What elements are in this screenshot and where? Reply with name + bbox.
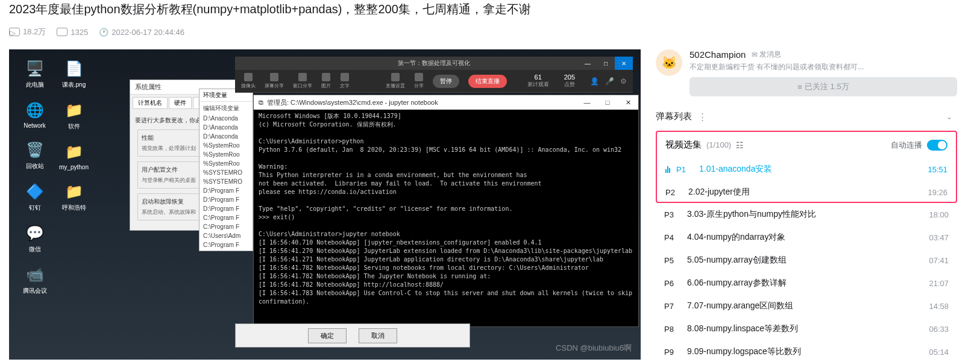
playlist-item[interactable]: P88.08-numpy.linspace等差数列 06:33	[656, 317, 957, 340]
desktop-icon: 🖥️此电脑	[18, 58, 51, 89]
desktop-icon: 🌐Network	[18, 100, 51, 129]
uploader-info: 🐱 502Champion ✉发消息 不定期更新编程干货 有不懂的问题或者领取资…	[656, 49, 957, 96]
desktop-icon: 🗑️回收站	[18, 140, 51, 170]
cmd-icon: ⧉	[259, 99, 263, 107]
playlist-title: 视频选集	[665, 139, 702, 151]
message-icon: ✉	[752, 51, 758, 59]
view-count: ▷18.2万	[9, 27, 46, 37]
uploader-name[interactable]: 502Champion	[689, 49, 746, 60]
video-title: 2023年度最佳python数据分析教程(numpy+matplotlib+pa…	[9, 0, 971, 18]
playlist-item[interactable]: P99.09-numpy.logspace等比数列 05:14	[656, 340, 957, 362]
playing-icon	[665, 166, 670, 173]
maximize-icon: □	[597, 95, 618, 110]
desktop-icon: 🔷钉钉	[18, 181, 51, 212]
gear-icon: ⚙	[620, 77, 627, 86]
minimize-icon: —	[579, 57, 597, 70]
danmaku-list-header[interactable]: 弹幕列表 ⋮ ⌄	[656, 102, 957, 131]
autoplay-toggle[interactable]	[927, 140, 947, 151]
playlist-item[interactable]: P55.05-numpy.array创建数组 07:41	[656, 249, 957, 272]
more-icon: ⋮	[698, 111, 707, 122]
menu-icon: ≡	[797, 83, 802, 92]
playlist-item[interactable]: P44.04-numpy的ndarray对象 03:47	[656, 226, 957, 249]
env-vars-window: 环境变量 编辑环境变量D:\AnacondaD:\AnacondaD:\Anac…	[199, 89, 253, 251]
message-button[interactable]: ✉发消息	[752, 49, 781, 60]
cancel-button: 取消	[359, 328, 397, 343]
danmaku-icon	[57, 28, 68, 36]
maximize-icon: □	[597, 57, 615, 70]
video-meta: ▷18.2万 1325 🕐2022-06-17 20:44:46	[9, 27, 971, 37]
minimize-icon: —	[577, 95, 597, 110]
desktop-icon: 📁软件	[57, 100, 90, 131]
close-icon: ✕	[615, 57, 633, 70]
desktop-icon: 📄课表.png	[57, 58, 90, 89]
list-icon[interactable]: ☷	[736, 140, 744, 150]
video-content-desktop: 🖥️此电脑🌐Network🗑️回收站🔷钉钉💬微信📹腾讯会议 📄课表.png📁软件…	[9, 49, 641, 360]
playlist-count: (1/100)	[706, 140, 731, 149]
desktop-icon: 📹腾讯会议	[18, 264, 51, 295]
uploader-desc: 不定期更新编程干货 有不懂的问题或者领取资料都可...	[689, 62, 957, 72]
danmaku-count: 1325	[57, 28, 88, 37]
follow-button[interactable]: ≡已关注 1.5万	[689, 77, 957, 96]
desktop-icon: 📁my_python	[57, 142, 90, 170]
user-icon: 👤	[590, 77, 599, 86]
ok-button: 确定	[308, 328, 347, 343]
cmd-window: ⧉ 管理员: C:\Windows\system32\cmd.exe - jup…	[253, 95, 639, 327]
close-icon: ✕	[618, 95, 638, 110]
chevron-down-icon: ⌄	[946, 113, 952, 121]
playlist-item[interactable]: P33.03-原生python与numpy性能对比 18:00	[656, 203, 957, 226]
playlist-item[interactable]: P22.02-jupyter使用 19:26	[657, 181, 956, 204]
playlist-panel: 视频选集 (1/100) ☷ 自动连播 P11.01-anaconda安装 15…	[656, 131, 957, 203]
streaming-window: 第一节：数据处理及可视化 — □ ✕ 摄像头 屏幕分享 窗口分享 图片 文字 直…	[235, 57, 633, 93]
desktop-icon: 📁呼和浩特	[57, 181, 90, 212]
playlist-item[interactable]: P66.06-numpy.array参数详解 21:07	[656, 272, 957, 295]
watermark: CSDN @biubiubiu6啊	[556, 343, 632, 354]
publish-date: 🕐2022-06-17 20:44:46	[99, 28, 184, 37]
playlist-item[interactable]: P77.07-numpy.arange区间数组 14:58	[656, 295, 957, 317]
desktop-icon: 💬微信	[18, 223, 51, 254]
clock-icon: 🕐	[99, 28, 108, 37]
video-player[interactable]: 🖥️此电脑🌐Network🗑️回收站🔷钉钉💬微信📹腾讯会议 📄课表.png📁软件…	[9, 49, 641, 360]
play-icon: ▷	[9, 28, 20, 36]
autoplay-label: 自动连播	[891, 140, 922, 151]
avatar[interactable]: 🐱	[656, 49, 682, 76]
playlist-item[interactable]: P11.01-anaconda安装 15:51	[657, 158, 956, 181]
dialog-buttons: 确定 取消	[235, 323, 470, 348]
mic-icon: 🎤	[605, 77, 614, 86]
